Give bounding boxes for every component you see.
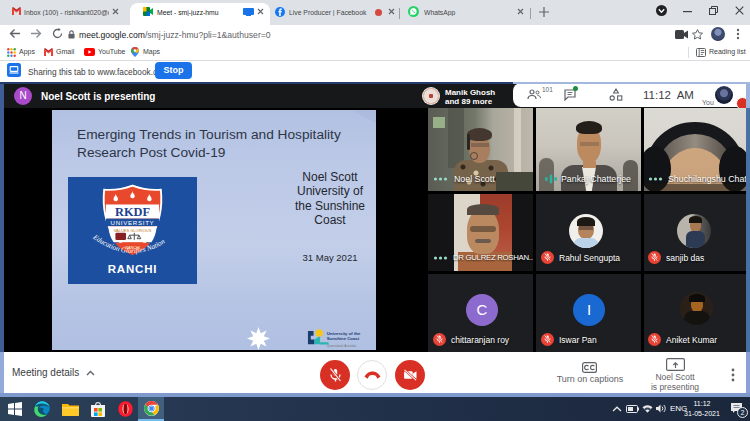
svg-text:RKDF: RKDF xyxy=(115,205,150,219)
svg-text:UNIVERSITY: UNIVERSITY xyxy=(111,219,155,226)
svg-text:VALUES GLORIOUS: VALUES GLORIOUS xyxy=(114,228,152,233)
svg-text:Queensland, Australia: Queensland, Australia xyxy=(327,344,357,348)
svg-text:RANCHI: RANCHI xyxy=(108,263,158,275)
svg-text:Sunshine Coast: Sunshine Coast xyxy=(327,336,360,341)
